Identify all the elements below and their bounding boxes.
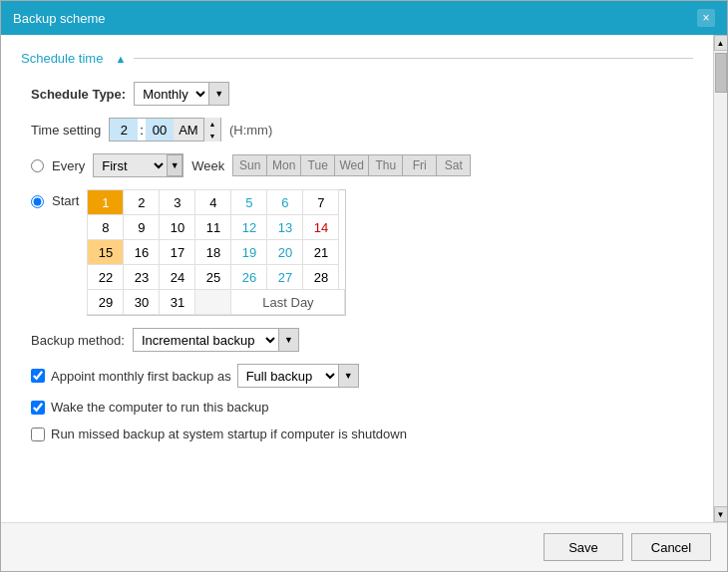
cancel-button[interactable]: Cancel [631,533,711,561]
schedule-time-label: Schedule time [21,51,103,66]
save-button[interactable]: Save [544,533,623,561]
backup-method-select[interactable]: Incremental backup Full backup Different… [134,329,278,351]
week-dropdown-icon[interactable]: ▼ [167,154,182,176]
time-setting-row: Time setting : ▲ ▼ (H:mm) [21,118,693,142]
appoint-checkbox[interactable] [31,369,45,383]
calendar-day-26[interactable]: 26 [230,264,267,290]
calendar-day-5[interactable]: 5 [230,189,267,215]
calendar-day-28[interactable]: 28 [302,264,339,290]
calendar-day-21[interactable]: 21 [302,239,339,265]
calendar-day-16[interactable]: 16 [123,239,160,265]
calendar-row-5: 29 30 31 Last Day [88,290,345,315]
calendar-day-17[interactable]: 17 [159,239,195,265]
ampm-input[interactable] [174,119,203,141]
close-button[interactable]: × [697,9,715,27]
day-buttons-group: Sun Mon Tue Wed Thu Fri Sat [232,154,471,176]
calendar-day-4[interactable]: 4 [194,189,231,215]
calendar-day-13[interactable]: 13 [266,214,303,240]
dialog-footer: Save Cancel [1,522,727,571]
calendar-day-29[interactable]: 29 [87,289,124,315]
calendar-day-31[interactable]: 31 [159,289,195,315]
missed-checkbox[interactable] [31,428,45,441]
schedule-type-combo[interactable]: Monthly Daily Weekly Once ▼ [134,82,229,106]
minute-input[interactable] [146,119,174,141]
calendar-row-1: 1 2 3 4 5 6 7 [88,190,345,215]
calendar-day-27[interactable]: 27 [266,264,303,290]
time-up-button[interactable]: ▲ [204,118,220,130]
calendar-row-4: 22 23 24 25 26 27 28 [88,265,345,290]
schedule-type-select[interactable]: Monthly Daily Weekly Once [135,83,208,105]
day-fri-button[interactable]: Fri [402,154,437,176]
calendar-day-19[interactable]: 19 [230,239,267,265]
scrollbar-thumb[interactable] [715,53,727,93]
calendar-day-22[interactable]: 22 [87,264,124,290]
dialog-body: Schedule time ▲ Schedule Type: Monthly D… [1,35,713,522]
calendar-day-23[interactable]: 23 [123,264,160,290]
calendar-day-8[interactable]: 8 [87,214,124,240]
day-tue-button[interactable]: Tue [300,154,335,176]
scrollbar-up-button[interactable]: ▲ [714,35,728,51]
day-thu-button[interactable]: Thu [368,154,403,176]
time-down-button[interactable]: ▼ [204,130,220,142]
calendar-day-9[interactable]: 9 [123,214,160,240]
wake-label: Wake the computer to run this backup [51,400,268,415]
hour-input[interactable] [110,119,138,141]
calendar-day-20[interactable]: 20 [266,239,303,265]
dialog-content-wrapper: Schedule time ▲ Schedule Type: Monthly D… [1,35,727,522]
schedule-type-row: Schedule Type: Monthly Daily Weekly Once… [21,82,693,106]
calendar-day-10[interactable]: 10 [159,214,195,240]
calendar-row-2: 8 9 10 11 12 13 14 [88,215,345,240]
calendar-day-2[interactable]: 2 [123,189,160,215]
scrollbar-down-button[interactable]: ▼ [714,506,728,522]
backup-method-row: Backup method: Incremental backup Full b… [21,328,693,352]
backup-method-label: Backup method: [31,333,125,348]
week-select-container[interactable]: First Second Third Fourth Last ▼ [93,153,183,177]
calendar-day-7[interactable]: 7 [302,189,339,215]
backup-method-dropdown-icon[interactable]: ▼ [278,329,298,351]
time-separator: : [138,123,146,138]
calendar-day-6[interactable]: 6 [266,189,303,215]
title-bar: Backup scheme × [1,1,727,35]
backup-scheme-dialog: Backup scheme × Schedule time ▲ Schedule… [0,0,728,572]
week-label: Week [191,158,224,173]
wake-checkbox-row: Wake the computer to run this backup [21,400,693,415]
day-sat-button[interactable]: Sat [436,154,471,176]
calendar-day-24[interactable]: 24 [159,264,195,290]
time-setting-label: Time setting [31,123,101,138]
appoint-dropdown-icon[interactable]: ▼ [338,365,358,387]
week-position-select[interactable]: First Second Third Fourth Last [94,154,167,176]
start-radio[interactable] [31,195,44,208]
calendar-last-day[interactable]: Last Day [230,289,345,315]
every-label: Every [52,158,85,173]
missed-checkbox-row: Run missed backup at system startup if c… [21,427,693,441]
every-row: Every First Second Third Fourth Last ▼ W… [21,153,693,177]
calendar-day-1[interactable]: 1 [87,189,124,215]
appoint-checkbox-row: Appoint monthly first backup as Full bac… [21,364,693,388]
time-format-hint: (H:mm) [229,123,272,138]
calendar-row-3: 15 16 17 18 19 20 21 [88,240,345,265]
appoint-backup-type-combo[interactable]: Full backup Incremental backup Different… [237,364,359,388]
day-mon-button[interactable]: Mon [266,154,301,176]
wake-checkbox[interactable] [31,401,45,415]
appoint-label: Appoint monthly first backup as [51,369,231,384]
dialog-title: Backup scheme [13,11,106,26]
calendar-day-25[interactable]: 25 [194,264,231,290]
schedule-type-dropdown-icon[interactable]: ▼ [208,83,228,105]
calendar-day-11[interactable]: 11 [194,214,231,240]
start-row: Start 1 2 3 4 5 6 7 [21,189,693,316]
calendar-day-12[interactable]: 12 [230,214,267,240]
day-wed-button[interactable]: Wed [334,154,369,176]
chevron-up-icon: ▲ [115,53,126,65]
calendar-grid-container: 1 2 3 4 5 6 7 8 9 10 [87,189,346,316]
calendar-day-3[interactable]: 3 [159,189,195,215]
calendar-day-18[interactable]: 18 [194,239,231,265]
schedule-type-label: Schedule Type: [31,87,126,102]
appoint-backup-type-select[interactable]: Full backup Incremental backup Different… [238,365,338,387]
calendar-day-14[interactable]: 14 [302,214,339,240]
calendar-grid: 1 2 3 4 5 6 7 8 9 10 [87,189,346,316]
every-radio[interactable] [31,159,44,172]
calendar-day-30[interactable]: 30 [123,289,160,315]
day-sun-button[interactable]: Sun [232,154,267,176]
backup-method-combo[interactable]: Incremental backup Full backup Different… [133,328,299,352]
calendar-day-15[interactable]: 15 [87,239,124,265]
